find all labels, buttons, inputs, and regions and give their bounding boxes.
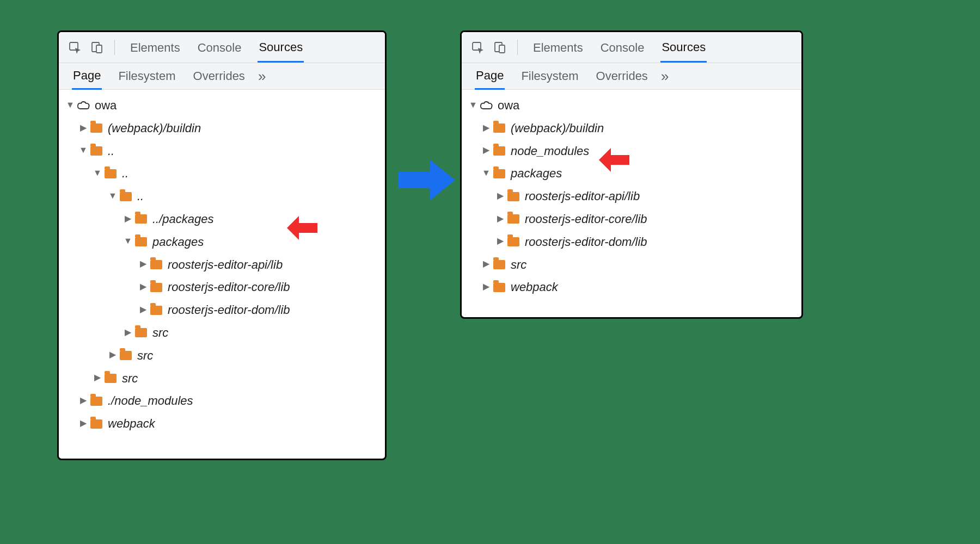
tree-item[interactable]: ▶ roosterjs-editor-dom/lib	[465, 231, 798, 254]
tree-item[interactable]: ▶ node_modules	[465, 140, 798, 163]
tree-item[interactable]: ▶ (webpack)/buildin	[465, 117, 798, 140]
devtools-topbar: Elements Console Sources	[462, 32, 801, 63]
subtab-page[interactable]: Page	[72, 63, 102, 90]
expand-icon: ▼	[481, 165, 491, 181]
expand-icon: ▶	[123, 324, 133, 341]
expand-icon: ▶	[481, 120, 491, 136]
inspect-icon[interactable]	[68, 40, 83, 55]
tree-item[interactable]: ▶ roosterjs-editor-dom/lib	[62, 299, 382, 322]
folder-icon	[134, 327, 148, 339]
expand-icon: ▼	[65, 97, 75, 113]
cloud-icon	[76, 100, 90, 112]
tree-item[interactable]: ▶ ../packages	[62, 208, 382, 231]
tree-root-label: owa	[95, 94, 117, 117]
folder-icon	[89, 418, 103, 430]
tree-item[interactable]: ▶ src	[62, 344, 382, 367]
tab-console[interactable]: Console	[197, 33, 243, 61]
subtab-filesystem[interactable]: Filesystem	[117, 64, 176, 89]
tree-item[interactable]: ▶ webpack	[62, 412, 382, 435]
folder-icon	[119, 350, 133, 362]
folder-icon	[492, 145, 506, 157]
tree-item-label: packages	[152, 231, 204, 254]
folder-icon	[492, 168, 506, 180]
devtools-topbar: Elements Console Sources	[59, 32, 385, 63]
tree-item[interactable]: ▶ ./node_modules	[62, 390, 382, 412]
tree-item-label: src	[511, 254, 526, 276]
expand-icon: ▶	[138, 256, 148, 272]
devtools-panel-before: Elements Console Sources Page Filesystem…	[57, 30, 387, 460]
folder-icon	[506, 190, 520, 202]
tab-console[interactable]: Console	[599, 33, 646, 61]
device-toggle-icon[interactable]	[492, 40, 507, 55]
tree-item-label: ./node_modules	[108, 390, 193, 412]
expand-icon: ▶	[78, 120, 88, 136]
folder-icon	[134, 213, 148, 225]
subtab-more-icon[interactable]: »	[661, 68, 669, 85]
file-tree-left: ▼ owa ▶ (webpack)/buildin ▼ .. ▼	[59, 90, 385, 440]
tree-item[interactable]: ▼ ..	[62, 140, 382, 163]
highlight-arrow-left-icon	[286, 215, 318, 241]
tree-item[interactable]: ▼ ..	[62, 162, 382, 185]
tree-item[interactable]: ▶ roosterjs-editor-core/lib	[62, 276, 382, 299]
inspect-icon[interactable]	[470, 40, 486, 55]
tree-item-label: webpack	[108, 412, 155, 435]
subtab-filesystem[interactable]: Filesystem	[520, 64, 579, 89]
devtools-panel-after: Elements Console Sources Page Filesystem…	[460, 30, 803, 319]
folder-icon	[103, 168, 118, 180]
tab-elements[interactable]: Elements	[129, 33, 181, 61]
expand-icon: ▶	[495, 233, 505, 249]
tab-sources[interactable]: Sources	[660, 33, 707, 63]
folder-icon	[89, 395, 103, 407]
tree-root-label: owa	[498, 94, 519, 117]
subtab-overrides[interactable]: Overrides	[192, 64, 246, 89]
tree-item[interactable]: ▶ src	[465, 254, 798, 276]
tree-item-packages[interactable]: ▼ packages	[465, 162, 798, 185]
tree-root[interactable]: ▼ owa	[62, 94, 382, 117]
tree-item[interactable]: ▼ ..	[62, 185, 382, 208]
tree-item-label: ..	[108, 140, 114, 163]
tree-item[interactable]: ▶ roosterjs-editor-api/lib	[62, 254, 382, 276]
highlight-arrow-right-icon	[598, 147, 630, 173]
tree-item-label: ../packages	[152, 208, 214, 231]
expand-icon: ▶	[123, 211, 133, 227]
tree-item-label: roosterjs-editor-core/lib	[525, 208, 647, 231]
tree-root[interactable]: ▼ owa	[465, 94, 798, 117]
subtab-more-icon[interactable]: »	[258, 68, 266, 85]
expand-icon: ▶	[481, 256, 491, 272]
topbar-separator	[114, 40, 115, 55]
folder-icon	[149, 304, 163, 316]
tree-item[interactable]: ▶ roosterjs-editor-api/lib	[465, 185, 798, 208]
device-toggle-icon[interactable]	[89, 40, 105, 55]
tree-item-packages[interactable]: ▼ packages	[62, 231, 382, 254]
tree-item-label: ..	[122, 162, 128, 185]
folder-icon	[492, 122, 506, 134]
expand-icon: ▶	[495, 211, 505, 227]
folder-icon	[492, 281, 506, 293]
tree-item[interactable]: ▶ src	[62, 322, 382, 344]
tree-item-label: roosterjs-editor-dom/lib	[525, 231, 647, 254]
file-tree-right: ▼ owa ▶ (webpack)/buildin ▶ node_modules	[462, 90, 801, 303]
tree-item[interactable]: ▶ roosterjs-editor-core/lib	[465, 208, 798, 231]
sources-subbar: Page Filesystem Overrides »	[462, 63, 801, 90]
expand-icon: ▼	[93, 165, 102, 181]
tree-item-label: src	[137, 344, 153, 367]
tree-item[interactable]: ▶ (webpack)/buildin	[62, 117, 382, 140]
tree-item-label: node_modules	[511, 140, 589, 163]
folder-icon	[492, 258, 506, 270]
tree-item[interactable]: ▶ src	[62, 367, 382, 390]
expand-icon: ▶	[93, 369, 102, 386]
expand-icon: ▼	[468, 97, 478, 113]
tree-item-label: src	[122, 367, 138, 390]
subtab-overrides[interactable]: Overrides	[595, 64, 649, 89]
tab-elements[interactable]: Elements	[532, 33, 584, 61]
tree-item-label: roosterjs-editor-dom/lib	[168, 299, 290, 322]
expand-icon: ▶	[78, 415, 88, 431]
tree-item-label: src	[152, 322, 168, 344]
tree-item-label: packages	[511, 162, 562, 185]
tree-item-label: ..	[137, 185, 144, 208]
tree-item[interactable]: ▶ webpack	[465, 276, 798, 299]
subtab-page[interactable]: Page	[475, 63, 505, 90]
tab-sources[interactable]: Sources	[258, 33, 304, 63]
expand-icon: ▼	[123, 233, 133, 249]
expand-icon: ▶	[495, 188, 505, 204]
